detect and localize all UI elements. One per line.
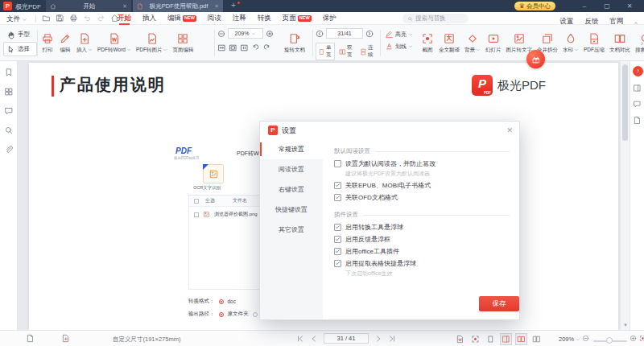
toolbar-button-PDF转Word[interactable]: PDF转Word [95, 26, 134, 60]
help-badge-button[interactable] [633, 66, 643, 76]
save-icon[interactable] [56, 14, 64, 23]
tool-手型[interactable]: 手型 [3, 27, 37, 42]
bookmark-panel-icon[interactable] [4, 68, 14, 77]
checkbox-checked[interactable] [334, 248, 341, 255]
maximize-button[interactable]: ▢ [597, 0, 617, 12]
ribbon-tab-页面[interactable]: 页面NEW [283, 12, 312, 25]
dialog-close-icon[interactable]: ✕ [506, 126, 513, 134]
fit-width-button[interactable] [217, 43, 226, 52]
toolbar-button-幻灯片[interactable]: 幻灯片 [483, 26, 504, 60]
scrollbar-thumb[interactable] [622, 64, 628, 141]
fit-actual-button[interactable] [240, 43, 249, 52]
ribbon-tab-保护[interactable]: 保护 [323, 12, 336, 25]
annotate-高亮[interactable]: 高亮 [385, 28, 417, 40]
checkbox-checked[interactable] [334, 224, 341, 231]
page-number-box[interactable]: 31/41 [326, 28, 363, 39]
statusbar-view-scan[interactable] [469, 333, 481, 345]
statusbar-view-panel[interactable] [500, 333, 512, 345]
view-mode-连续[interactable]: 连续 [357, 43, 377, 60]
tab-document-close-icon[interactable]: ✕ [214, 3, 219, 10]
checkbox-row[interactable]: 设置为默认阅读器，并防止篡改 [334, 158, 510, 169]
toolbar-button-文档对比[interactable]: 文档对比 [607, 26, 633, 60]
toolbar-button-水印[interactable]: 水印 [560, 26, 581, 60]
checkbox-row[interactable]: 关联EPUB、MOBI电子书格式 [334, 179, 510, 191]
last-page-button[interactable] [388, 335, 396, 343]
minimize-button[interactable]: – [575, 0, 594, 12]
checkbox-unchecked[interactable] [334, 160, 341, 167]
toolbar-overflow-button[interactable]: › [641, 39, 643, 47]
member-center-button[interactable]: ♛ 会员中心 [514, 2, 555, 10]
toolbar-button-打印[interactable]: 打印 [39, 26, 56, 60]
rotate-l-button[interactable] [251, 43, 260, 52]
checkbox-row[interactable]: 关联OFD文档格式 [334, 192, 510, 203]
ribbon-tab-插入[interactable]: 插入 [142, 12, 156, 25]
checkbox-checked[interactable] [334, 194, 341, 201]
toolbar-button-编辑[interactable]: 编辑 [56, 26, 74, 60]
view-mode-单页[interactable]: 单页 [316, 43, 335, 60]
page-option-icon[interactable] [26, 334, 35, 343]
zoom-out-button[interactable] [582, 335, 589, 342]
settings-nav-其它设置[interactable]: 其它设置 [260, 220, 323, 240]
comment-panel-icon[interactable] [633, 100, 642, 109]
checkbox-row[interactable]: 启用转换工具悬浮球 [334, 221, 510, 233]
checkbox-row[interactable]: 启用office工具插件 [334, 245, 510, 257]
clip-panel-icon[interactable] [4, 145, 14, 154]
first-page-button[interactable] [296, 335, 304, 343]
ribbon-tab-阅读[interactable]: 阅读 [208, 12, 221, 25]
statusbar-view-page-double[interactable] [530, 333, 543, 345]
toolbar-button-全文翻译[interactable]: 全文翻译 [436, 26, 462, 60]
folder-icon[interactable] [42, 14, 51, 23]
thumbs-panel-icon[interactable] [4, 87, 14, 97]
settings-nav-阅读设置[interactable]: 阅读设置 [260, 159, 323, 179]
tab-document[interactable]: 极光PDF使用帮助.pdf ✕ [133, 0, 223, 12]
redo-icon[interactable] [97, 14, 105, 23]
next-page-button[interactable] [365, 30, 374, 38]
close-button[interactable]: ✕ [620, 0, 639, 12]
settings-nav-常规设置[interactable]: 常规设置 [260, 139, 323, 159]
view-mode-双页[interactable]: 双页 [336, 43, 356, 60]
dialog-title-bar[interactable]: P 设置 [260, 122, 519, 139]
tab-home-close-icon[interactable]: ✕ [122, 3, 127, 10]
panel-panel-icon[interactable] [633, 84, 642, 93]
comment-panel-icon[interactable] [4, 106, 14, 116]
search-replace-box[interactable]: 搜索与替换 [402, 14, 469, 23]
checkbox-checked[interactable] [334, 236, 341, 243]
toolbar-button-页面编辑[interactable]: 页面编辑 [170, 26, 196, 60]
save-button[interactable]: 保存 [479, 296, 519, 311]
zoom-in-button[interactable] [266, 30, 274, 38]
statusbar-zoom-value[interactable]: 209% [559, 336, 580, 343]
ribbon-tab-编辑[interactable]: 编辑NEW [167, 12, 196, 25]
fit-page-button[interactable] [229, 43, 237, 52]
doc-panel-icon[interactable] [633, 116, 642, 125]
fullscreen-button[interactable] [639, 335, 644, 342]
tab-home[interactable]: 开始 ✕ [46, 0, 131, 12]
checkbox-checked[interactable] [334, 182, 341, 189]
tool-选择[interactable]: 选择 [3, 42, 37, 56]
checkbox-row[interactable]: 启用反馈悬浮框 [334, 233, 510, 245]
statusbar-view-compare[interactable] [515, 333, 527, 345]
page-indicator-input[interactable]: 31 / 41 [324, 333, 369, 344]
zoom-value-box[interactable]: 209% [228, 28, 263, 39]
vertical-scrollbar[interactable]: ▾ [620, 61, 630, 330]
settings-nav-快捷键设置[interactable]: 快捷键设置 [260, 200, 323, 220]
zoom-out-button[interactable] [217, 30, 225, 38]
toolbar-button-截图[interactable]: 截图 [419, 26, 436, 60]
toolbar-button-背景[interactable]: 背景 [462, 26, 483, 60]
settings-nav-右键设置[interactable]: 右键设置 [260, 179, 323, 200]
ribbon-tab-转换[interactable]: 转换 [258, 12, 271, 25]
prev-page-button[interactable] [316, 30, 324, 38]
undo-icon[interactable] [83, 14, 92, 23]
checkbox-checked[interactable] [334, 260, 341, 267]
checkbox-row[interactable]: 启用提取表格快捷悬浮球 [334, 257, 510, 269]
rotate-r-button[interactable] [262, 43, 271, 52]
rotate-document-button[interactable]: 旋转文档 [282, 26, 308, 60]
statusbar-view-page-single[interactable] [485, 333, 497, 345]
zoom-slider-knob[interactable] [606, 337, 613, 344]
file-menu[interactable]: 文件 [6, 14, 27, 24]
print-icon[interactable] [69, 14, 78, 23]
ribbon-tab-开始[interactable]: 开始 [118, 12, 131, 25]
search-panel-icon[interactable] [4, 126, 14, 135]
toolbar-button-插入[interactable]: 插入 [74, 26, 95, 60]
zoom-in-button[interactable] [630, 335, 637, 342]
toolbar-button-PDF压缩[interactable]: PDF压缩 [581, 26, 607, 60]
